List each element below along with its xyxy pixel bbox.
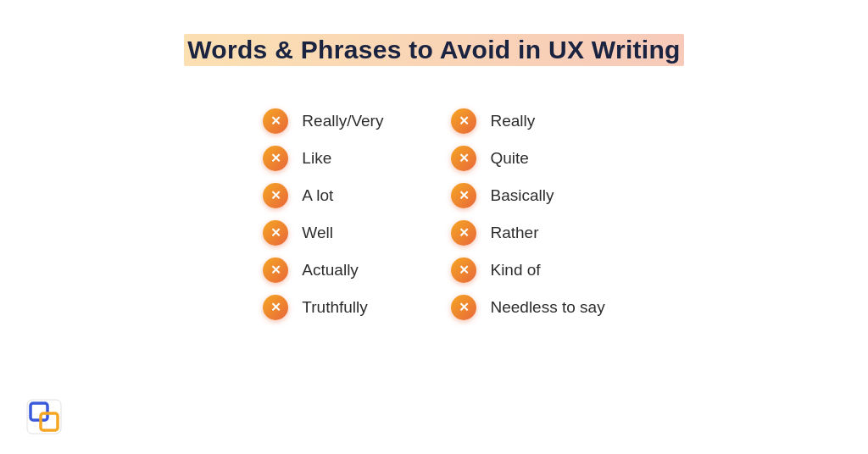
right-column: ✕Really✕Quite✕Basically✕Rather✕Kind of✕N… [451,108,604,320]
list-item: ✕Actually [263,257,383,283]
x-symbol: ✕ [459,152,470,164]
content-area: ✕Really/Very✕Like✕A lot✕Well✕Actually✕Tr… [51,108,817,320]
item-label: A lot [302,186,333,205]
list-item: ✕A lot [263,183,383,208]
item-label: Truthfully [302,298,367,317]
list-item: ✕Really [451,108,604,134]
item-label: Needless to say [490,298,604,317]
list-item: ✕Kind of [451,257,604,283]
title-wrapper: Words & Phrases to Avoid in UX Writing [184,34,683,66]
list-item: ✕Quite [451,146,604,171]
item-label: Kind of [490,261,540,280]
x-symbol: ✕ [270,189,281,202]
item-label: Like [302,149,331,168]
item-label: Really [490,112,535,130]
item-label: Well [302,224,333,242]
x-badge-icon: ✕ [451,183,476,208]
list-item: ✕Basically [451,183,604,208]
page-title: Words & Phrases to Avoid in UX Writing [184,34,683,66]
list-item: ✕Truthfully [263,295,383,320]
x-badge-icon: ✕ [451,146,476,171]
x-badge-icon: ✕ [263,146,288,171]
item-label: Quite [490,149,528,168]
left-column: ✕Really/Very✕Like✕A lot✕Well✕Actually✕Tr… [263,108,383,320]
x-symbol: ✕ [459,263,470,276]
x-symbol: ✕ [459,114,470,127]
x-symbol: ✕ [270,152,281,164]
list-item: ✕Really/Very [263,108,383,134]
list-item: ✕Needless to say [451,295,604,320]
x-badge-icon: ✕ [451,220,476,246]
x-symbol: ✕ [459,226,470,239]
x-badge-icon: ✕ [451,108,476,134]
x-symbol: ✕ [270,301,281,313]
page-container: Words & Phrases to Avoid in UX Writing ✕… [0,0,868,454]
x-badge-icon: ✕ [263,257,288,283]
x-symbol: ✕ [270,263,281,276]
x-symbol: ✕ [459,189,470,202]
item-label: Rather [490,224,538,242]
list-item: ✕Well [263,220,383,246]
logo [25,398,63,435]
x-symbol: ✕ [459,301,470,313]
x-badge-icon: ✕ [451,295,476,320]
item-label: Actually [302,261,359,280]
item-label: Really/Very [302,112,383,130]
x-symbol: ✕ [270,226,281,239]
list-item: ✕Rather [451,220,604,246]
x-badge-icon: ✕ [263,295,288,320]
x-badge-icon: ✕ [263,183,288,208]
item-label: Basically [490,186,554,205]
x-badge-icon: ✕ [263,220,288,246]
x-badge-icon: ✕ [451,257,476,283]
x-badge-icon: ✕ [263,108,288,134]
x-symbol: ✕ [270,114,281,127]
list-item: ✕Like [263,146,383,171]
